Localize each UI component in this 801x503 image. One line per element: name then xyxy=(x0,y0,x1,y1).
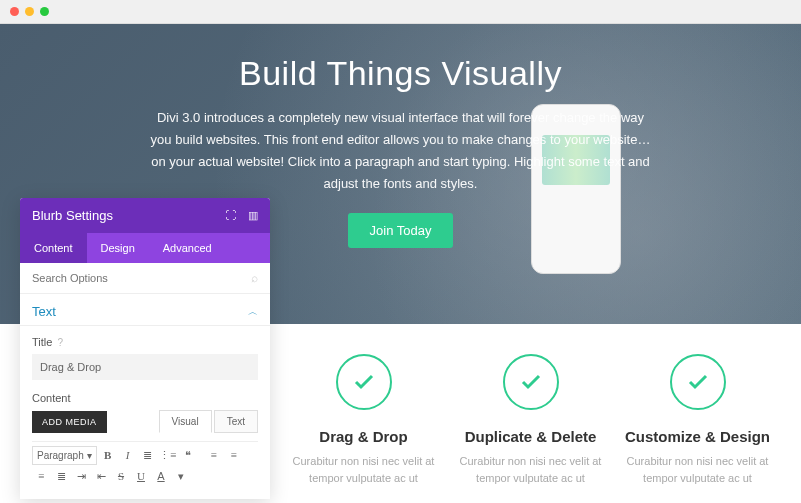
feature-title: Duplicate & Delete xyxy=(457,428,604,445)
panel-title: Blurb Settings xyxy=(32,208,113,223)
search-row: ⌕ xyxy=(20,263,270,294)
close-dot[interactable] xyxy=(10,7,19,16)
title-label: Title xyxy=(32,336,52,348)
chevron-up-icon[interactable]: ︿ xyxy=(248,305,258,319)
join-today-button[interactable]: Join Today xyxy=(348,213,454,248)
content-label: Content xyxy=(32,392,258,404)
underline-icon[interactable]: U xyxy=(132,467,150,485)
panel-header: Blurb Settings ⛶ ▥ xyxy=(20,198,270,233)
align-center-icon[interactable]: ≡ xyxy=(225,446,243,464)
blurb-settings-panel: Blurb Settings ⛶ ▥ Content Design Advanc… xyxy=(20,198,270,499)
title-input[interactable] xyxy=(32,354,258,380)
zoom-dot[interactable] xyxy=(40,7,49,16)
feature-title: Customize & Design xyxy=(624,428,771,445)
columns-icon[interactable]: ▥ xyxy=(248,209,258,222)
editor-tab-text[interactable]: Text xyxy=(214,410,258,433)
search-input[interactable] xyxy=(32,272,251,284)
section-label: Text xyxy=(32,304,56,319)
search-icon[interactable]: ⌕ xyxy=(251,271,258,285)
tab-advanced[interactable]: Advanced xyxy=(149,233,226,263)
feature-item: Drag & Drop Curabitur non nisi nec velit… xyxy=(280,354,447,486)
editor-toolbar: Paragraph▾ B I ≣ ⋮≡ ❝ ≡ ≡ ≡ ≣ ⇥ ⇤ S U A … xyxy=(32,441,258,489)
panel-tabs: Content Design Advanced xyxy=(20,233,270,263)
add-media-button[interactable]: ADD MEDIA xyxy=(32,411,107,433)
italic-icon[interactable]: I xyxy=(119,446,137,464)
text-section-header[interactable]: Text ︿ xyxy=(20,294,270,326)
align-left-icon[interactable]: ≡ xyxy=(205,446,223,464)
feature-title: Drag & Drop xyxy=(290,428,437,445)
feature-desc: Curabitur non nisi nec velit at tempor v… xyxy=(290,453,437,486)
text-color-icon[interactable]: A xyxy=(152,467,170,485)
align-right-icon[interactable]: ≡ xyxy=(32,467,50,485)
format-select[interactable]: Paragraph▾ xyxy=(32,446,97,465)
indent-icon[interactable]: ⇥ xyxy=(72,467,90,485)
more-icon[interactable]: ▾ xyxy=(172,467,190,485)
tab-design[interactable]: Design xyxy=(87,233,149,263)
window-titlebar xyxy=(0,0,801,24)
numbered-list-icon[interactable]: ⋮≡ xyxy=(159,446,177,464)
feature-desc: Curabitur non nisi nec velit at tempor v… xyxy=(624,453,771,486)
panel-body: Title ? Content ADD MEDIA Visual Text Pa… xyxy=(20,326,270,499)
hero-title: Build Things Visually xyxy=(239,54,562,93)
tab-content[interactable]: Content xyxy=(20,233,87,263)
checkmark-icon xyxy=(503,354,559,410)
checkmark-icon xyxy=(336,354,392,410)
editor-tab-visual[interactable]: Visual xyxy=(159,410,212,433)
bold-icon[interactable]: B xyxy=(99,446,117,464)
strikethrough-icon[interactable]: S xyxy=(112,467,130,485)
feature-item: Customize & Design Curabitur non nisi ne… xyxy=(614,354,781,486)
checkmark-icon xyxy=(670,354,726,410)
quote-icon[interactable]: ❝ xyxy=(179,446,197,464)
feature-desc: Curabitur non nisi nec velit at tempor v… xyxy=(457,453,604,486)
minimize-dot[interactable] xyxy=(25,7,34,16)
title-label-row: Title ? xyxy=(32,336,258,348)
align-justify-icon[interactable]: ≣ xyxy=(52,467,70,485)
hero-description: Divi 3.0 introduces a completely new vis… xyxy=(151,107,651,195)
expand-icon[interactable]: ⛶ xyxy=(225,209,236,222)
feature-item: Duplicate & Delete Curabitur non nisi ne… xyxy=(447,354,614,486)
bullet-list-icon[interactable]: ≣ xyxy=(139,446,157,464)
outdent-icon[interactable]: ⇤ xyxy=(92,467,110,485)
help-icon[interactable]: ? xyxy=(57,337,63,348)
